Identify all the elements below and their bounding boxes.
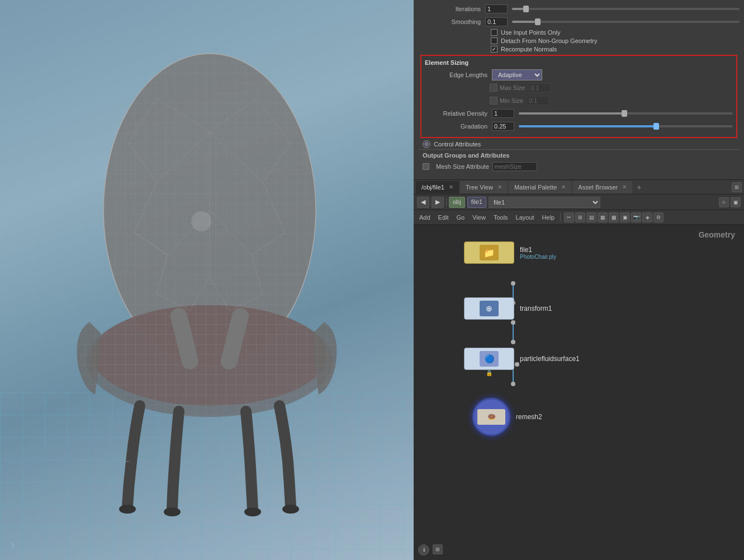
layout-icon[interactable]: ▣ <box>731 197 741 207</box>
node-particle-icon: 🔵 <box>480 351 499 367</box>
iterations-input[interactable] <box>485 4 508 13</box>
tab-add-button[interactable]: + <box>633 183 645 192</box>
tab-bar: /obj/file1 ✕ Tree View ✕ Material Palett… <box>414 180 744 194</box>
node-remesh2-label: remesh2 <box>516 413 542 421</box>
nav-back-button[interactable]: ◀ <box>417 197 429 208</box>
canvas-grid-icon[interactable]: ⊞ <box>433 544 443 554</box>
max-size-checkbox[interactable] <box>490 84 497 92</box>
tab-tree-view-close[interactable]: ✕ <box>497 184 502 190</box>
smoothing-label: Smoothing <box>418 18 485 25</box>
relative-density-row: Relative Density <box>425 108 733 119</box>
iterations-label: Iterations <box>418 6 485 12</box>
control-attributes-label: Control Attributes <box>434 141 481 148</box>
recompute-normals-checkbox[interactable]: ✓ <box>491 46 497 53</box>
tab-material-palette[interactable]: Material Palette ✕ <box>509 181 571 193</box>
toolbar-camera-icon[interactable]: 📷 <box>631 212 641 222</box>
canvas-info-icon[interactable]: ℹ <box>418 544 429 556</box>
min-size-label: Min Size <box>500 97 527 104</box>
toolbar-view1-icon[interactable]: ▤ <box>586 212 596 222</box>
node-transform1-label: transform1 <box>520 305 552 312</box>
mesh-size-label: Mesh Size Attribute <box>433 163 492 170</box>
toolbar-settings-icon[interactable]: ⚙ <box>653 212 664 222</box>
edge-lengths-row: Edge Lengths Adaptive Fixed <box>425 69 733 80</box>
scene-dropdown[interactable]: file1 <box>489 197 600 208</box>
toolbar-view3-icon[interactable]: ▩ <box>609 212 619 222</box>
edge-lengths-dropdown[interactable]: Adaptive Fixed <box>492 69 542 80</box>
detach-geometry-label: Detach From Non-Group Geometry <box>501 37 597 44</box>
tab-material-palette-close[interactable]: ✕ <box>561 184 566 190</box>
nav-bar: ◀ ▶ obj file1 file1 ⊹ ▣ <box>414 194 744 210</box>
tab-obj-file1[interactable]: /obj/file1 ✕ <box>416 181 459 193</box>
tab-asset-browser-close[interactable]: ✕ <box>622 184 627 190</box>
gradation-slider[interactable] <box>519 125 733 127</box>
relative-density-slider[interactable] <box>519 112 733 115</box>
gradation-label: Gradation <box>425 123 492 130</box>
edit-menu[interactable]: Edit <box>436 213 451 222</box>
gradation-row: Gradation <box>425 121 733 132</box>
toolbar-view2-icon[interactable]: ▦ <box>598 212 608 222</box>
node-connections <box>414 225 744 560</box>
min-size-checkbox[interactable] <box>490 97 497 105</box>
svg-point-44 <box>511 382 515 386</box>
smoothing-row: Smoothing <box>418 16 740 27</box>
snap-icon[interactable]: ⊹ <box>719 197 729 207</box>
node-editor: /obj/file1 ✕ Tree View ✕ Material Palett… <box>414 180 744 560</box>
nav-forward-button[interactable]: ▶ <box>432 197 444 208</box>
nav-file-label: file1 <box>471 198 482 205</box>
svg-point-34 <box>191 211 211 231</box>
node-remesh2-box[interactable]: 🍩 <box>472 398 510 436</box>
node-particle[interactable]: 🔵 🔒 particlefluidsurface1 <box>464 348 580 370</box>
add-menu[interactable]: Add <box>417 213 433 222</box>
element-sizing-section: Element Sizing Edge Lengths Adaptive Fix… <box>420 55 737 138</box>
go-menu[interactable]: Go <box>454 213 467 222</box>
svg-point-41 <box>511 340 515 344</box>
gradation-input[interactable] <box>492 122 514 131</box>
iterations-slider[interactable] <box>512 8 740 10</box>
relative-density-input[interactable] <box>492 109 514 118</box>
nav-obj-button[interactable]: obj <box>449 197 465 208</box>
svg-point-9 <box>244 507 261 516</box>
view-menu[interactable]: View <box>470 213 488 222</box>
tab-tree-view[interactable]: Tree View ✕ <box>460 181 508 193</box>
help-menu[interactable]: Help <box>540 213 557 222</box>
min-size-input[interactable] <box>527 96 549 105</box>
node-canvas[interactable]: Geometry <box>414 225 744 560</box>
svg-point-8 <box>164 507 181 516</box>
mesh-size-input[interactable] <box>492 162 537 171</box>
node-particle-box[interactable]: 🔵 🔒 <box>464 348 514 370</box>
use-input-points-checkbox[interactable] <box>491 29 497 36</box>
toolbar-view4-icon[interactable]: ▣ <box>620 212 630 222</box>
nav-obj-label: obj <box>453 198 461 205</box>
layout-menu[interactable]: Layout <box>514 213 537 222</box>
nav-separator <box>446 198 447 207</box>
max-size-row: Max Size <box>425 82 733 93</box>
max-size-input[interactable] <box>528 83 551 92</box>
toolbar-grid-icon[interactable]: ⊞ <box>575 212 585 222</box>
viewport[interactable]: 5 <box>0 0 414 560</box>
tab-controls: ⊞ <box>732 182 742 192</box>
tab-pin-icon[interactable]: ⊞ <box>732 182 742 192</box>
node-file1[interactable]: 📁 file1 PhotoChair.ply <box>464 241 556 264</box>
node-transform1[interactable]: ⊕ transform1 <box>464 297 552 320</box>
toolbar-render-icon[interactable]: ◈ <box>642 212 652 222</box>
main-layout: 5 Iterations Smoothing <box>0 0 744 560</box>
smoothing-input[interactable] <box>485 17 508 26</box>
detach-geometry-checkbox[interactable] <box>491 37 497 44</box>
smoothing-slider[interactable] <box>512 21 740 23</box>
node-transform1-box[interactable]: ⊕ <box>464 297 514 320</box>
toolbar-scissors-icon[interactable]: ✂ <box>564 212 574 222</box>
tab-obj-file1-close[interactable]: ✕ <box>449 184 453 190</box>
tools-menu[interactable]: Tools <box>491 213 510 222</box>
min-size-row: Min Size <box>425 95 733 106</box>
control-attributes-icon: ⚙ <box>423 140 430 148</box>
node-particle-info: particlefluidsurface1 <box>520 355 580 363</box>
node-file1-sublabel: PhotoChair.ply <box>520 254 556 260</box>
node-transform1-info: transform1 <box>520 305 552 312</box>
node-file1-box[interactable]: 📁 <box>464 241 514 264</box>
tab-asset-browser[interactable]: Asset Browser ✕ <box>572 181 632 193</box>
chair-3d-model <box>45 42 369 518</box>
canvas-bottom-icons: ℹ ⊞ <box>418 544 443 556</box>
mesh-size-checkbox[interactable] <box>423 163 429 170</box>
nav-file-button[interactable]: file1 <box>467 197 486 208</box>
node-remesh2[interactable]: 🍩 remesh2 <box>472 398 542 436</box>
